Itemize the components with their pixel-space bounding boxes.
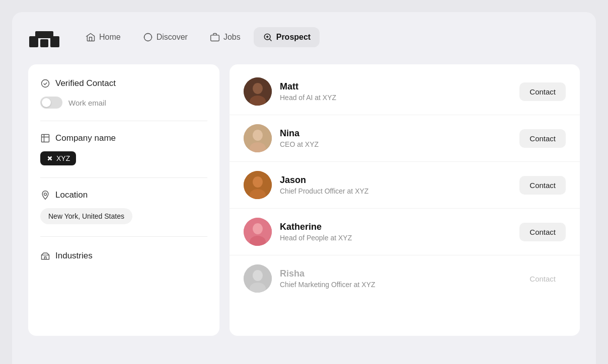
nav-jobs[interactable]: Jobs (201, 27, 250, 47)
avatar (244, 218, 272, 246)
contact-button: Contact (519, 269, 566, 288)
contacts-panel: Matt Head of AI at XYZ Contact Nina CEO … (230, 64, 580, 336)
svg-rect-8 (42, 135, 49, 142)
location-title: Location (40, 190, 207, 200)
svg-point-23 (253, 270, 263, 281)
contact-row: Jason Chief Product Officer at XYZ Conta… (230, 162, 580, 209)
avatar (244, 264, 272, 293)
svg-point-11 (253, 83, 263, 94)
app-window: Home Discover Jobs Prospect Verified Con… (12, 12, 596, 364)
top-nav: Home Discover Jobs Prospect (28, 26, 580, 48)
svg-rect-2 (35, 31, 53, 38)
company-title: Company name (40, 133, 207, 143)
industries-section: Industries (40, 249, 207, 261)
work-email-row: Work email (40, 97, 207, 109)
contact-info: Katherine Head of People at XYZ (280, 222, 511, 242)
contact-button[interactable]: Contact (519, 129, 566, 148)
contact-info: Matt Head of AI at XYZ (280, 81, 511, 102)
svg-point-9 (44, 193, 47, 196)
contact-row: Risha Chief Marketing Officer at XYZ Con… (230, 255, 580, 302)
contact-button[interactable]: Contact (519, 82, 566, 101)
contact-row: Katherine Head of People at XYZ Contact (230, 209, 580, 255)
contact-info: Jason Chief Product Officer at XYZ (280, 175, 511, 195)
nav-prospect[interactable]: Prospect (254, 27, 320, 47)
location-section: Location New York, United States (40, 190, 207, 237)
svg-rect-3 (40, 39, 48, 47)
contact-row: Matt Head of AI at XYZ Contact (230, 68, 580, 115)
company-section: Company name XYZ (40, 133, 207, 178)
verified-contact-title: Verified Contact (40, 78, 207, 88)
contact-name: Matt (280, 81, 511, 92)
logo (28, 26, 60, 48)
avatar (244, 171, 272, 199)
location-chip[interactable]: New York, United States (40, 208, 132, 224)
main-content: Verified Contact Work email Company name (28, 64, 580, 336)
contact-info: Nina CEO at XYZ (280, 128, 511, 148)
nav-discover[interactable]: Discover (134, 27, 197, 47)
contact-role: Chief Marketing Officer at XYZ (280, 281, 511, 289)
filter-panel: Verified Contact Work email Company name (28, 64, 219, 336)
svg-point-20 (253, 223, 263, 234)
company-tag[interactable]: XYZ (40, 151, 76, 165)
svg-point-14 (253, 130, 263, 141)
avatar (244, 124, 272, 152)
contact-name: Katherine (280, 222, 511, 232)
avatar (244, 77, 272, 106)
contact-name: Risha (280, 268, 511, 279)
contact-button[interactable]: Contact (519, 176, 566, 195)
remove-company-icon (46, 155, 53, 162)
contact-row: Nina CEO at XYZ Contact (230, 115, 580, 162)
contact-role: Head of People at XYZ (280, 234, 511, 242)
contact-name: Jason (280, 175, 511, 186)
verified-contact-section: Verified Contact Work email (40, 78, 207, 121)
contact-button[interactable]: Contact (519, 223, 566, 241)
nav-home[interactable]: Home (77, 27, 130, 47)
contact-role: Chief Product Officer at XYZ (280, 187, 511, 195)
svg-point-7 (42, 80, 49, 87)
work-email-toggle[interactable] (40, 97, 62, 109)
industries-title: Industries (40, 251, 207, 261)
contact-info: Risha Chief Marketing Officer at XYZ (280, 268, 511, 289)
svg-rect-5 (211, 35, 219, 41)
contact-role: CEO at XYZ (280, 140, 511, 148)
contact-name: Nina (280, 128, 511, 139)
contact-role: Head of AI at XYZ (280, 94, 511, 102)
svg-point-4 (144, 34, 151, 41)
svg-point-17 (253, 176, 263, 188)
